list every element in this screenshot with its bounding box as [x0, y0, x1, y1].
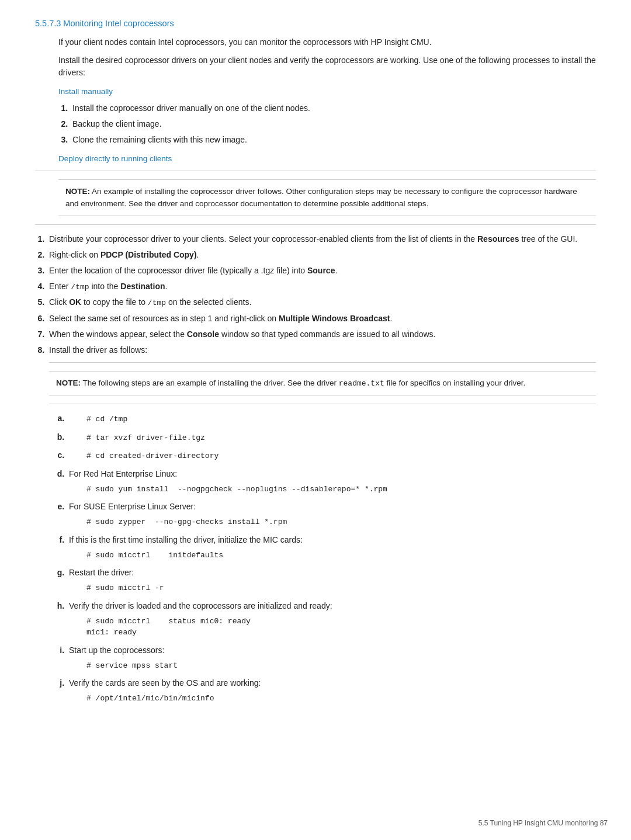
step1-text-after: tree of the GUI. [519, 234, 578, 244]
install-manually-list: Install the coprocessor driver manually … [70, 102, 596, 146]
alpha-b-code: # tar xvzf driver-file.tgz [86, 432, 596, 444]
step2-text-before: Right-click on [49, 250, 100, 259]
alpha-step-g: Restart the driver: # sudo micctrl -r [67, 567, 596, 594]
step5-text-mid: to copy the file to [81, 297, 148, 307]
step7-bold: Console [187, 329, 219, 339]
alpha-steps-list: # cd /tmp # tar xvzf driver-file.tgz # c… [67, 412, 596, 704]
list-item: Backup the client image. [70, 118, 596, 130]
alpha-f-text: If this is the first time installing the… [69, 535, 303, 544]
list-item: Clone the remaining clients with this ne… [70, 134, 596, 146]
step5-text-before: Click [49, 297, 69, 307]
section-title: 5.5.7.3 Monitoring Intel coprocessors [35, 18, 596, 30]
alpha-i-text: Start up the coprocessors: [69, 645, 164, 655]
alpha-c-code: # cd created-driver-directory [86, 450, 596, 462]
step5-text-after: on the selected clients. [166, 297, 251, 307]
divider [35, 171, 596, 171]
intro-p1: If your client nodes contain Intel copro… [58, 36, 596, 48]
step6-text-after: . [390, 314, 392, 323]
alpha-h-text: Verify the driver is loaded and the copr… [69, 601, 332, 610]
alpha-j-code: # /opt/intel/mic/bin/micinfo [86, 693, 596, 704]
step4-text-after: . [165, 282, 168, 291]
step1-bold: Resources [477, 234, 519, 244]
alpha-h-code: # sudo micctrl status mic0: ready mic1: … [86, 616, 596, 638]
alpha-g-code: # sudo micctrl -r [86, 582, 596, 594]
alpha-a-code: # cd /tmp [86, 414, 596, 425]
divider2 [35, 224, 596, 225]
step4-text-before: Enter [49, 282, 71, 291]
deploy-step-4: Enter /tmp into the Destination. [47, 280, 596, 293]
step2-text-after: . [197, 250, 199, 259]
alpha-step-i: Start up the coprocessors: # service mps… [67, 644, 596, 672]
step4-bold: Destination [120, 282, 165, 291]
note-box-1: NOTE: An example of installing the copro… [58, 179, 596, 216]
note2-label: NOTE: [56, 379, 81, 387]
deploy-directly-heading: Deploy directly to running clients [58, 153, 596, 165]
step8-text-before: Install the driver as follows: [49, 345, 147, 355]
alpha-d-code: # sudo yum install --nogpgcheck --noplug… [86, 484, 596, 495]
step4-text-mid: into the [89, 282, 121, 291]
deploy-steps-list: Distribute your coprocessor driver to yo… [47, 233, 596, 704]
divider3 [49, 362, 596, 363]
step6-text-before: Select the same set of resources as in s… [49, 314, 279, 323]
alpha-j-text: Verify the cards are seen by the OS and … [69, 678, 261, 688]
deploy-step-5: Click OK to copy the file to /tmp on the… [47, 296, 596, 309]
step7-text-after: window so that typed commands are issued… [219, 329, 435, 339]
deploy-step-6: Select the same set of resources as in s… [47, 313, 596, 325]
alpha-step-b: # tar xvzf driver-file.tgz [67, 431, 596, 444]
note1-text: An example of installing the coprocessor… [65, 187, 577, 207]
step7-text-before: When the windows appear, select the [49, 329, 187, 339]
step1-text-before: Distribute your coprocessor driver to yo… [49, 234, 477, 244]
note2-text: The following steps are an example of in… [81, 379, 339, 387]
alpha-step-c: # cd created-driver-directory [67, 449, 596, 462]
step5-code: /tmp [148, 298, 166, 307]
alpha-i-code: # service mpss start [86, 660, 596, 672]
note2-text2: file for specifics on installing your dr… [384, 379, 526, 387]
step2-bold: PDCP (Distributed Copy) [100, 250, 197, 259]
alpha-step-a: # cd /tmp [67, 412, 596, 425]
deploy-step-3: Enter the location of the coprocessor dr… [47, 265, 596, 277]
alpha-step-j: Verify the cards are seen by the OS and … [67, 677, 596, 704]
alpha-step-e: For SUSE Enterprise Linux Server: # sudo… [67, 501, 596, 528]
note2-code: readme.txt [339, 379, 384, 388]
list-item: Install the coprocessor driver manually … [70, 102, 596, 114]
step5-bold: OK [69, 297, 81, 307]
deploy-step-2: Right-click on PDCP (Distributed Copy). [47, 249, 596, 261]
alpha-e-text: For SUSE Enterprise Linux Server: [69, 502, 196, 511]
alpha-g-text: Restart the driver: [69, 568, 134, 577]
intro-p2: Install the desired coprocessor drivers … [58, 54, 596, 79]
step6-bold: Multiple Windows Broadcast [279, 314, 390, 323]
step3-text-after: . [335, 266, 337, 275]
step3-bold: Source [307, 266, 335, 275]
alpha-step-d: For Red Hat Enterprise Linux: # sudo yum… [67, 468, 596, 495]
note-box-2: NOTE: The following steps are an example… [49, 371, 596, 396]
step4-code: /tmp [71, 283, 89, 291]
deploy-step-8: Install the driver as follows: NOTE: The… [47, 344, 596, 704]
alpha-step-f: If this is the first time installing the… [67, 534, 596, 561]
deploy-step-1: Distribute your coprocessor driver to yo… [47, 233, 596, 245]
alpha-step-h: Verify the driver is loaded and the copr… [67, 600, 596, 638]
install-manually-heading: Install manually [58, 86, 596, 98]
alpha-e-code: # sudo zypper --no-gpg-checks install *.… [86, 516, 596, 528]
note1-label: NOTE: [65, 187, 90, 196]
alpha-d-text: For Red Hat Enterprise Linux: [69, 469, 177, 478]
divider4 [49, 404, 596, 404]
alpha-f-code: # sudo micctrl initdefaults [86, 550, 596, 561]
step3-text-before: Enter the location of the coprocessor dr… [49, 266, 307, 275]
deploy-step-7: When the windows appear, select the Cons… [47, 328, 596, 341]
